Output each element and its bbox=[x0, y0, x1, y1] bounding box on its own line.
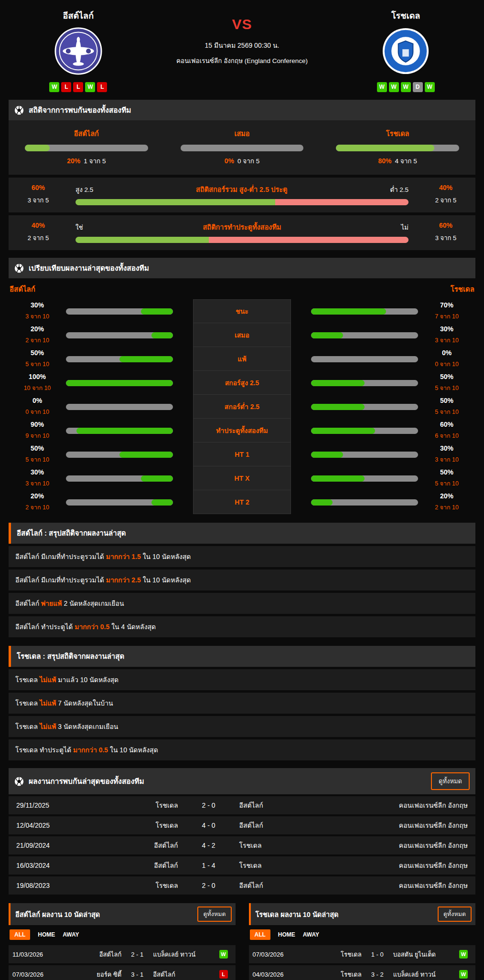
match-score: 4 - 2 bbox=[190, 842, 228, 849]
summary-note: อีสต์ไลก์ พ่ายแพ้ 2 นัดหลังสุดเกมเยือน bbox=[9, 593, 475, 614]
summary-note: โรชเดล ทำประตูได้ มากกว่า 0.5 ใน 10 นัดห… bbox=[9, 739, 475, 760]
away-stat-numbers: 50% 5 จาก 10 bbox=[418, 397, 475, 417]
home-stat-numbers: 20% 2 จาก 10 bbox=[9, 325, 66, 345]
rochdale-crest-icon bbox=[382, 27, 430, 75]
summary-note: อีสต์ไลก์ มีเกมที่ทำประตูรวมได้ มากกว่า … bbox=[9, 569, 475, 590]
comparison-row-label: ทำประตูทั้งสองทีม bbox=[193, 419, 291, 443]
tab-home[interactable]: HOME bbox=[278, 931, 295, 938]
split-title: สถิติการทำประตูทั้งสองทีม bbox=[203, 221, 281, 232]
split-left-numbers: 40% 2 จาก 5 bbox=[14, 221, 62, 243]
away-percent: 20% bbox=[418, 492, 475, 500]
away-stat-bar bbox=[311, 499, 418, 506]
stat-percent: 20% bbox=[67, 157, 80, 165]
away-stat-numbers: 50% 5 จาก 10 bbox=[418, 468, 475, 488]
match-score: 4 - 0 bbox=[190, 822, 228, 829]
h2h-result-row[interactable]: 16/03/2024 อีสต์ไลก์ 1 - 4 โรชเดล คอนเฟอ… bbox=[9, 856, 475, 875]
away-count: 7 จาก 10 bbox=[418, 312, 475, 321]
comparison-row: 50% 5 จาก 10 HT 1 30% 3 จาก 10 bbox=[9, 443, 475, 466]
h2h-result-row[interactable]: 12/04/2025 โรชเดล 4 - 0 อีสต์ไลก์ คอนเฟอ… bbox=[9, 816, 475, 834]
comparison-grid: 30% 3 จาก 10 ชนะ 70% 7 จาก 10 bbox=[9, 299, 475, 514]
home-stat-bar bbox=[66, 308, 173, 315]
home-stat-numbers: 20% 2 จาก 10 bbox=[9, 492, 66, 512]
form-badge: W bbox=[401, 82, 411, 92]
recent-match-row[interactable]: 11/03/2026 อีสต์ไลก์ 2 - 1 แบล็คเลย์ ทาว… bbox=[9, 945, 236, 963]
tab-home[interactable]: HOME bbox=[38, 931, 55, 938]
comparison-row: 90% 9 จาก 10 ทำประตูทั้งสองทีม 60% 6 จาก… bbox=[9, 419, 475, 443]
note-pre: อีสต์ไลก์ ทำประตูได้ bbox=[15, 623, 75, 631]
match-date: 07/03/2026 bbox=[253, 951, 296, 958]
note-highlight: มากกว่า 0.5 bbox=[75, 623, 109, 631]
home-count: 5 จาก 10 bbox=[9, 359, 66, 369]
match-league: คอนเฟอเรนซ์ลีก อังกฤษ bbox=[324, 880, 468, 891]
comparison-home-name: อีสต์ไลก์ bbox=[10, 284, 35, 295]
note-highlight: ไม่แพ้ bbox=[40, 699, 56, 707]
split-bar-red bbox=[275, 199, 409, 205]
match-date: 11/03/2026 bbox=[12, 951, 55, 958]
home-stat-bar bbox=[66, 452, 173, 458]
away-percent: 50% bbox=[418, 397, 475, 404]
home-team: โรชเดล bbox=[93, 800, 190, 811]
home-stat-numbers: 30% 3 จาก 10 bbox=[9, 301, 66, 321]
stat-numbers: 80%4 จาก 5 bbox=[336, 156, 459, 166]
view-all-button[interactable]: ดูทั้งหมด bbox=[197, 906, 231, 922]
home-stat-fill bbox=[151, 332, 173, 338]
away-count: 5 จาก 10 bbox=[418, 479, 475, 488]
home-stat-bar bbox=[66, 475, 173, 482]
progress-bar bbox=[336, 145, 459, 151]
form-badge: L bbox=[73, 82, 83, 92]
tab-all[interactable]: ALL bbox=[10, 929, 30, 940]
recent-match-row[interactable]: 07/03/2026 ยอร์ค ซิตี้ 3 - 1 อีสต์ไลก์ L bbox=[9, 965, 236, 980]
home-percent: 0% bbox=[9, 397, 66, 404]
note-pre: โรชเดล bbox=[15, 723, 40, 730]
section-title: สถิติจากการพบกันของทั้งสองทีม bbox=[29, 104, 131, 116]
panel-title: โรชเดล ผลงาน 10 นัดล่าสุด bbox=[256, 909, 339, 920]
match-score: 3 - 2 bbox=[366, 971, 388, 978]
away-stat-numbers: 0% 0 จาก 10 bbox=[418, 349, 475, 369]
away-team: บอสตัน ยูไนเต็ด bbox=[388, 949, 459, 959]
away-percent: 70% bbox=[418, 301, 475, 309]
match-score: 3 - 1 bbox=[126, 971, 148, 978]
away-stat-bar bbox=[311, 380, 418, 386]
h2h-stat-column: เสมอ 0%0 จาก 5 bbox=[164, 128, 320, 166]
stat-percent: 80% bbox=[378, 157, 392, 165]
tab-all[interactable]: ALL bbox=[250, 929, 270, 940]
match-date: 21/09/2024 bbox=[16, 842, 93, 849]
away-team: แบล็คเลย์ ทาวน์ bbox=[148, 949, 219, 959]
h2h-result-row[interactable]: 19/08/2023 โรชเดล 2 - 0 อีสต์ไลก์ คอนเฟอ… bbox=[9, 876, 475, 895]
away-count: 0 จาก 10 bbox=[418, 359, 475, 369]
away-stat-bar bbox=[311, 356, 418, 362]
home-recent-panel: อีสต์ไลก์ ผลงาน 10 นัดล่าสุด ดูทั้งหมด A… bbox=[9, 903, 236, 980]
recent-match-row[interactable]: 07/03/2026 โรชเดล 1 - 0 บอสตัน ยูไนเต็ด … bbox=[249, 945, 476, 963]
away-team: แบล็คเลย์ ทาวน์ bbox=[388, 969, 459, 980]
tab-away[interactable]: AWAY bbox=[63, 931, 79, 938]
view-all-button[interactable]: ดูทั้งหมด bbox=[438, 906, 472, 922]
comparison-team-names: อีสต์ไลก์ โรชเดล bbox=[9, 278, 475, 299]
away-stat-numbers: 50% 5 จาก 10 bbox=[418, 373, 475, 393]
home-count: 2 จาก 10 bbox=[9, 503, 66, 512]
stat-numbers: 0%0 จาก 5 bbox=[181, 156, 304, 166]
home-stat-fill bbox=[119, 452, 173, 458]
tab-away[interactable]: AWAY bbox=[303, 931, 319, 938]
left-count: 3 จาก 5 bbox=[14, 195, 62, 205]
right-count: 2 จาก 5 bbox=[422, 195, 470, 205]
right-option-label: ไม่ bbox=[401, 222, 409, 232]
recent-match-row[interactable]: 04/03/2026 โรชเดล 3 - 2 แบล็คเลย์ ทาวน์ … bbox=[249, 965, 476, 980]
away-stat-fill bbox=[311, 332, 343, 338]
home-stat-fill bbox=[76, 428, 173, 434]
note-highlight: มากกว่า 0.5 bbox=[73, 746, 108, 754]
form-badge: W bbox=[425, 82, 435, 92]
note-highlight: ไม่แพ้ bbox=[40, 723, 56, 730]
home-stat-numbers: 100% 10 จาก 10 bbox=[9, 373, 66, 393]
soccer-ball-icon bbox=[14, 777, 24, 786]
comparison-row: 50% 5 จาก 10 แพ้ 0% 0 จาก 10 bbox=[9, 347, 475, 371]
h2h-result-row[interactable]: 21/09/2024 อีสต์ไลก์ 4 - 2 โรชเดล คอนเฟอ… bbox=[9, 836, 475, 854]
stat-count: 1 จาก 5 bbox=[84, 158, 106, 165]
h2h-result-row[interactable]: 29/11/2025 โรชเดล 2 - 0 อีสต์ไลก์ คอนเฟอ… bbox=[9, 796, 475, 814]
away-stat-fill bbox=[311, 308, 386, 315]
comparison-row-label: เสมอ bbox=[193, 323, 291, 347]
away-stat-bar bbox=[311, 428, 418, 434]
stat-percent: 0% bbox=[225, 157, 234, 165]
view-all-button[interactable]: ดูทั้งหมด bbox=[431, 772, 470, 790]
home-percent: 90% bbox=[9, 421, 66, 428]
away-stat-fill bbox=[311, 404, 365, 410]
